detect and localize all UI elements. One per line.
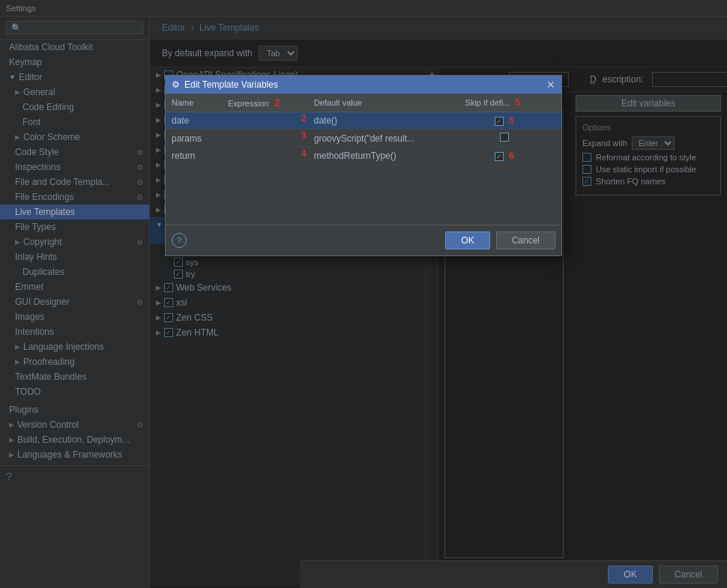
edit-template-dialog: ⚙ Edit Template Variables ✕ Name Express… bbox=[165, 75, 562, 256]
skip-checkbox[interactable] bbox=[500, 133, 509, 142]
dialog-cancel-button[interactable]: Cancel bbox=[496, 231, 555, 249]
dialog-title-bar: ⚙ Edit Template Variables ✕ bbox=[166, 76, 561, 94]
row-expression[interactable]: 4 bbox=[222, 148, 308, 165]
dialog-row-params[interactable]: params 3 groovyScript("def result... bbox=[166, 130, 561, 148]
dialog-empty-row bbox=[166, 165, 561, 225]
col-name: Name bbox=[166, 94, 222, 112]
col-skip: Skip if defi... 5 bbox=[459, 94, 549, 112]
dialog-row-return[interactable]: return 4 methodReturnType() 6 bbox=[166, 148, 561, 165]
dialog-body: Name Expression 2 Default value Skip if … bbox=[166, 94, 561, 225]
dialog-help-icon[interactable]: ? bbox=[172, 233, 187, 248]
dialog-row-date[interactable]: date 2 date() 5 bbox=[166, 112, 561, 130]
row-default[interactable]: date() bbox=[308, 112, 459, 130]
col-expression: Expression 2 bbox=[222, 94, 308, 112]
dialog-overlay: ⚙ Edit Template Variables ✕ Name Express… bbox=[0, 0, 727, 588]
row-skip[interactable] bbox=[459, 130, 549, 148]
row-default[interactable]: groovyScript("def result... bbox=[308, 130, 459, 148]
close-icon[interactable]: ✕ bbox=[546, 79, 555, 91]
skip-checkbox[interactable] bbox=[495, 152, 504, 161]
dialog-title: Edit Template Variables bbox=[184, 79, 278, 90]
row-name: return bbox=[166, 148, 222, 165]
dialog-icon: ⚙ bbox=[172, 79, 180, 90]
col-default: Default value bbox=[308, 94, 459, 112]
dialog-ok-button[interactable]: OK bbox=[445, 231, 489, 249]
row-skip[interactable]: 6 bbox=[459, 148, 549, 165]
skip-checkbox[interactable] bbox=[495, 117, 504, 126]
row-expression[interactable]: 2 bbox=[222, 112, 308, 130]
row-default[interactable]: methodReturnType() bbox=[308, 148, 459, 165]
row-name: params bbox=[166, 130, 222, 148]
row-name: date bbox=[166, 112, 222, 130]
dialog-footer: ? OK Cancel bbox=[166, 225, 561, 255]
row-expression[interactable]: 3 bbox=[222, 130, 308, 148]
row-skip[interactable]: 5 bbox=[459, 112, 549, 130]
